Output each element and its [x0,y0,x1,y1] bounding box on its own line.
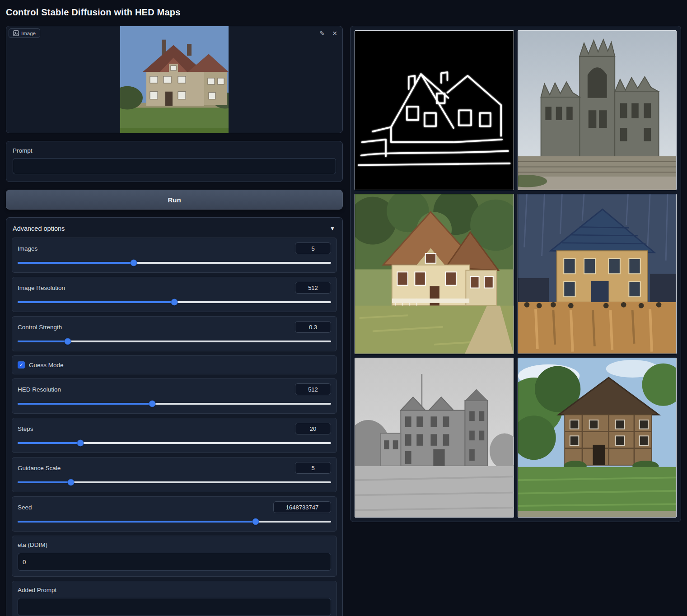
control-strength-value-input[interactable] [295,321,331,333]
image-icon [13,30,19,36]
added-prompt-control: Added Prompt [12,581,337,616]
seed-value-input[interactable] [273,501,331,513]
gallery-item-stone-cathedral[interactable] [518,30,677,190]
slider-fill [18,403,152,405]
slider-thumb[interactable] [171,299,178,306]
guidance-scale-control: Guidance Scale [12,457,337,492]
eta-input[interactable] [18,553,331,571]
image-actions: ✎ ✕ [318,29,339,38]
advanced-options-panel: Advanced options ▼ Images [6,217,343,616]
image-resolution-slider[interactable] [18,298,331,306]
seed-control: Seed [12,496,337,532]
images-label: Images [18,245,37,252]
controls-column: Image ✎ ✕ [6,26,343,616]
slider-fill [18,521,256,523]
guidance-scale-slider[interactable] [18,478,331,486]
image-label: Image [21,31,36,36]
guidance-scale-value-input[interactable] [295,462,331,474]
output-gallery [350,26,681,522]
prompt-panel: Prompt [6,141,343,182]
slider-thumb[interactable] [67,479,74,486]
slider-fill [18,341,68,342]
gallery-item-grayscale-building[interactable] [355,358,514,518]
eta-control: eta (DDIM) [12,536,337,577]
grayscale-building-image [355,358,514,517]
slider-fill [18,262,134,264]
timber-house-lawn-image [518,358,677,517]
guess-mode-row[interactable]: ✓ Guess Mode [12,355,337,374]
hed-resolution-label: HED Resolution [18,386,61,393]
clear-image-button[interactable]: ✕ [331,29,339,38]
image-resolution-label: Image Resolution [18,285,65,291]
seed-label: Seed [18,504,32,511]
guess-mode-checkbox[interactable]: ✓ [18,361,25,369]
painted-house-rain-image [518,194,677,353]
hed-edge-map-image [355,31,514,190]
collapse-icon: ▼ [330,225,335,232]
painted-house-trees-image [355,194,514,353]
hed-resolution-slider[interactable] [18,400,331,408]
source-house-photo [120,26,229,133]
steps-slider[interactable] [18,439,331,447]
check-icon: ✓ [19,362,23,368]
uploaded-image[interactable] [120,26,229,133]
hed-resolution-control: HED Resolution [12,378,337,414]
slider-thumb[interactable] [65,338,71,345]
guess-mode-label: Guess Mode [29,362,64,369]
added-prompt-input[interactable] [18,598,331,616]
prompt-input[interactable] [13,158,336,174]
slider-thumb[interactable] [77,440,84,447]
steps-control: Steps [12,418,337,453]
image-input-panel[interactable]: Image ✎ ✕ [6,26,343,133]
steps-label: Steps [18,425,33,432]
edit-image-button[interactable]: ✎ [318,29,327,38]
guidance-scale-label: Guidance Scale [18,465,61,471]
added-prompt-label: Added Prompt [18,587,56,593]
control-strength-slider[interactable] [18,337,331,345]
image-resolution-control: Image Resolution [12,277,337,312]
control-strength-label: Control Strength [18,324,62,331]
steps-value-input[interactable] [295,423,331,434]
image-label-chip: Image [9,28,40,38]
slider-fill [18,442,80,444]
advanced-options-label: Advanced options [13,225,65,232]
slider-thumb[interactable] [252,518,259,525]
slider-thumb[interactable] [149,401,156,407]
seed-slider[interactable] [18,518,331,526]
slider-fill [18,301,174,303]
gallery-item-painted-house-trees[interactable] [355,194,514,354]
advanced-options-header[interactable]: Advanced options ▼ [12,223,337,238]
app: Control Stable Diffusion with HED Maps I… [0,0,687,616]
stone-cathedral-image [518,31,677,190]
slider-thumb[interactable] [130,260,137,266]
prompt-label: Prompt [13,147,336,154]
page-title: Control Stable Diffusion with HED Maps [6,7,681,18]
gallery-item-painted-house-rain[interactable] [518,194,677,354]
images-control: Images [12,238,337,273]
eta-label: eta (DDIM) [18,541,47,548]
hed-resolution-value-input[interactable] [295,383,331,395]
images-value-input[interactable] [295,243,331,254]
gallery-item-hed-edge-map[interactable] [355,30,514,190]
control-strength-control: Control Strength [12,316,337,351]
run-button[interactable]: Run [6,190,343,210]
images-slider[interactable] [18,259,331,267]
gallery-item-timber-house-lawn[interactable] [518,358,677,518]
slider-fill [18,481,71,483]
image-resolution-value-input[interactable] [295,282,331,294]
